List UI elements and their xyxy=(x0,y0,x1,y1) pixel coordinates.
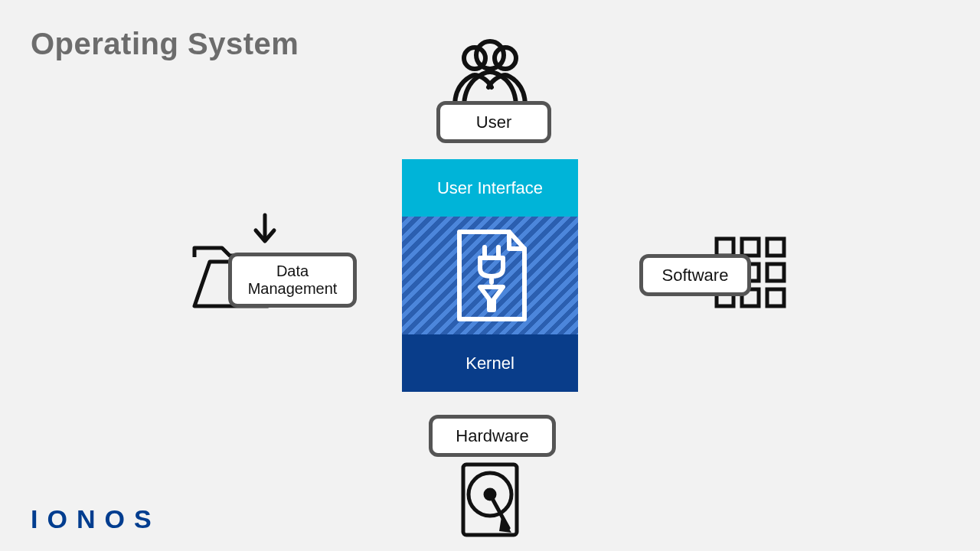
os-middle-layer xyxy=(402,217,578,334)
plugin-sheet-icon xyxy=(448,226,532,325)
harddrive-icon xyxy=(459,461,521,539)
software-label: Software xyxy=(639,254,751,296)
page-title: Operating System xyxy=(31,27,299,61)
user-icon xyxy=(441,37,539,107)
svg-rect-8 xyxy=(742,239,759,256)
hardware-label: Hardware xyxy=(429,415,556,457)
os-stack: User Interface Kernel xyxy=(402,159,578,392)
svg-rect-12 xyxy=(767,264,784,281)
kernel-layer: Kernel xyxy=(402,334,578,392)
user-interface-layer: User Interface xyxy=(402,159,578,217)
svg-rect-9 xyxy=(767,239,784,256)
svg-rect-7 xyxy=(717,239,733,256)
svg-rect-15 xyxy=(767,289,784,306)
data-management-label: Data Management xyxy=(228,253,357,308)
brand-logo: IONOS xyxy=(31,504,161,534)
kernel-label: Kernel xyxy=(466,354,514,373)
user-interface-label: User Interface xyxy=(437,178,543,198)
user-label: User xyxy=(436,101,551,143)
svg-point-2 xyxy=(476,41,504,69)
